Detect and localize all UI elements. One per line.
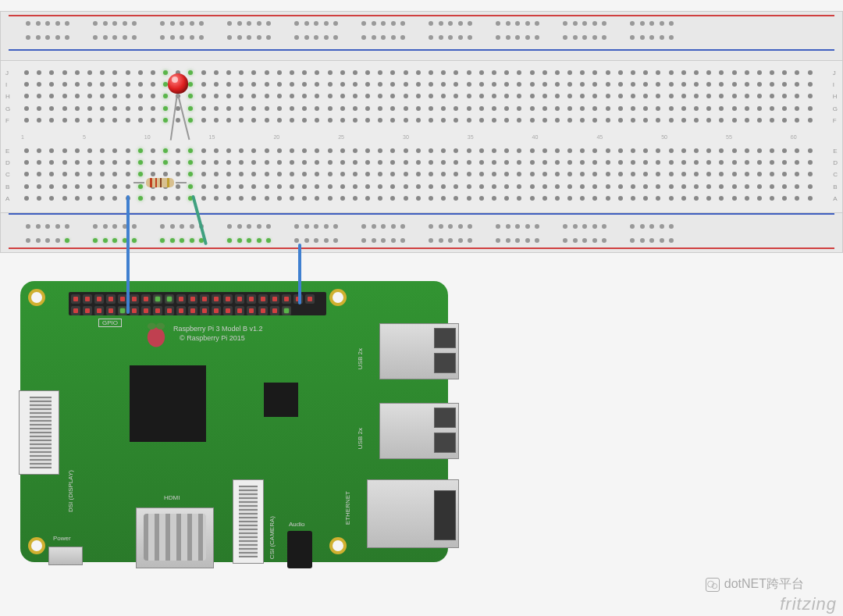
raspberry-pi-board: var gp=[7,8,25,39]; for(var i=0;i<40;i++… [20,281,448,562]
svg-point-0 [148,327,165,347]
led-red [168,73,188,94]
fritzing-logo: fritzing [780,594,837,614]
watermark-text: dotNET跨平台 [724,576,804,593]
audio-label: Audio [289,521,304,528]
usb2-label: USB 2x [357,428,364,449]
raspberry-logo-icon [145,322,167,348]
bottom-rail-row: var grnrail={4:1,5:1,6:1,7:1,8:1,9:1,10:… [26,238,827,243]
wire-blue-2 [298,244,301,304]
svg-point-1 [148,323,156,329]
audio-jack [287,531,312,568]
power-label: Power [53,535,71,542]
gpio-label: GPIO [98,319,122,327]
usb1-label: USB 2x [357,348,364,369]
svg-point-4 [712,583,717,588]
watermark: dotNET跨平台 [706,576,804,593]
csi-label: CSI (CAMERA) [269,516,276,559]
gpio-header: var gp=[7,8,25,39]; for(var i=0;i<40;i++… [69,292,326,315]
resistor [137,178,183,187]
wechat-icon [706,578,720,592]
svg-point-2 [156,323,165,329]
small-chip [264,383,298,417]
ethernet-label: ETHERNET [344,491,351,525]
board-copyright: © Raspberry Pi 2015 [180,334,245,342]
dsi-label: DSI (DISPLAY) [67,470,74,512]
hdmi-label: HDMI [164,494,180,501]
board-model: Raspberry Pi 3 Model B v1.2 [173,325,263,333]
wire-blue-1 [126,195,130,314]
power-port [48,547,83,565]
soc-chip [130,365,206,442]
